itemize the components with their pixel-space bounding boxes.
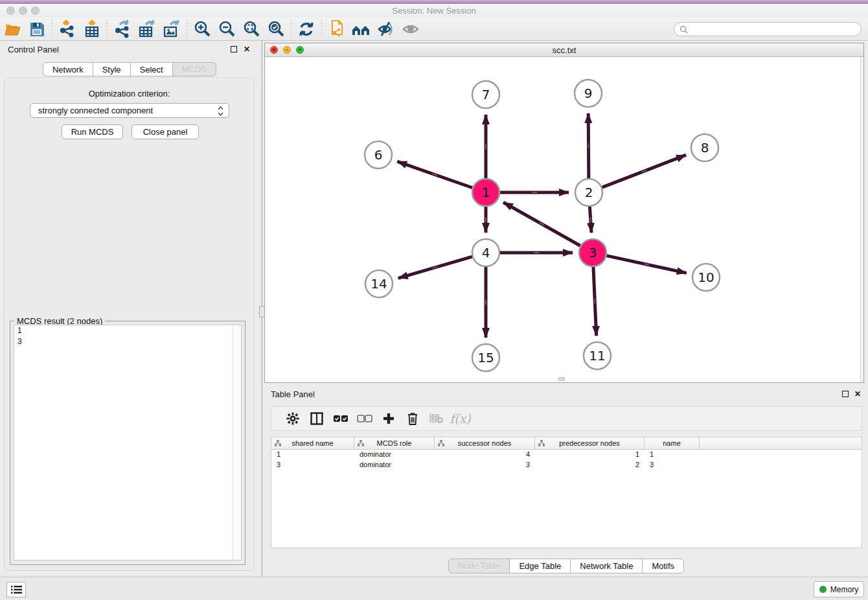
graph-node-label-9: 9	[584, 86, 593, 101]
result-line: 1	[14, 325, 241, 336]
mcds-result-list[interactable]: 13	[14, 325, 242, 560]
delete-column-icon[interactable]	[400, 409, 424, 428]
search-input[interactable]	[688, 25, 861, 34]
table-cell[interactable]: 1	[535, 450, 645, 460]
table-row[interactable]: 3dominator323	[271, 460, 862, 470]
tab-network-table[interactable]: Network Table	[570, 559, 643, 573]
table-panel-header: Table Panel ✕	[264, 386, 868, 402]
memory-status-dot	[819, 586, 827, 593]
close-table-panel-icon[interactable]: ✕	[853, 389, 862, 398]
add-column-icon[interactable]	[376, 409, 400, 428]
column-header-predecessor-nodes[interactable]: predecessor nodes	[535, 437, 645, 449]
tab-select[interactable]: Select	[130, 62, 173, 76]
hide-details-icon[interactable]	[374, 19, 398, 40]
apply-layout-icon[interactable]	[294, 19, 319, 40]
dropdown-stepper-icon	[217, 106, 224, 117]
table-cell[interactable]: 4	[435, 450, 535, 460]
node-table: shared nameMCDS rolesuccessor nodesprede…	[271, 437, 862, 548]
zoom-out-icon[interactable]	[214, 19, 239, 40]
list-icon	[11, 585, 22, 594]
search-icon	[680, 25, 688, 34]
mcds-panel: Optimization criterion: strongly connect…	[4, 78, 255, 571]
deselect-all-icon[interactable]	[352, 409, 376, 428]
zoom-selected-icon[interactable]	[264, 19, 288, 40]
graph-node-label-11: 11	[589, 348, 605, 363]
select-all-icon[interactable]	[328, 409, 352, 428]
table-panel: Table Panel ✕	[264, 386, 868, 575]
memory-button[interactable]: Memory	[814, 581, 864, 597]
column-label: predecessor nodes	[559, 439, 620, 447]
tab-edge-table[interactable]: Edge Table	[509, 559, 571, 573]
table-cell[interactable]: 3	[271, 460, 354, 470]
network-canvas[interactable]: 1234678910111415	[265, 57, 863, 382]
tab-style[interactable]: Style	[93, 62, 131, 76]
control-panel-header: Control Panel ✕	[0, 41, 259, 58]
graph-node-label-1: 1	[482, 185, 490, 200]
table-toolbar: f(x)	[271, 406, 862, 431]
run-mcds-button[interactable]: Run MCDS	[62, 124, 123, 139]
canvas-vscrollbar[interactable]	[860, 57, 863, 382]
result-scrollbar[interactable]	[233, 325, 241, 560]
table-mode-icon[interactable]	[304, 409, 328, 428]
export-network-icon[interactable]	[110, 19, 135, 40]
network-window-titlebar: ✕ − + scc.txt	[265, 43, 863, 57]
fx-label: f(x)	[450, 411, 471, 426]
delete-table-icon[interactable]	[424, 409, 448, 428]
column-settings-icon[interactable]	[280, 409, 304, 428]
import-table-icon[interactable]	[80, 19, 104, 40]
open-session-icon[interactable]	[0, 19, 25, 40]
clone-network-icon[interactable]	[325, 19, 349, 40]
save-session-icon[interactable]	[25, 19, 49, 40]
optimization-criterion-label: Optimization criterion:	[5, 89, 254, 98]
show-details-icon[interactable]	[398, 19, 423, 40]
table-cell[interactable]: 2	[535, 460, 645, 470]
tab-network[interactable]: Network	[43, 62, 93, 76]
first-neighbors-icon[interactable]	[349, 19, 374, 40]
float-table-panel-icon[interactable]	[842, 391, 849, 397]
export-table-icon[interactable]	[135, 19, 159, 40]
control-panel-title: Control Panel	[8, 45, 59, 54]
column-header-MCDS-role[interactable]: MCDS role	[354, 437, 435, 449]
column-header-successor-nodes[interactable]: successor nodes	[435, 437, 535, 449]
application-window: Session: New Session	[0, 0, 868, 600]
table-cell[interactable]: 3	[435, 460, 535, 470]
table-cell[interactable]: dominator	[354, 450, 435, 460]
panel-splitter[interactable]	[260, 41, 264, 577]
column-header-shared-name[interactable]: shared name	[271, 437, 354, 449]
zoom-in-icon[interactable]	[190, 19, 214, 40]
search-box	[674, 22, 862, 36]
function-builder-icon[interactable]: f(x)	[448, 409, 472, 428]
column-label: MCDS role	[377, 439, 412, 447]
graph-node-label-3: 3	[589, 245, 597, 260]
export-image-icon[interactable]	[159, 19, 184, 40]
column-label: successor nodes	[458, 439, 512, 447]
toolbar-separator	[52, 19, 52, 39]
tab-node-table[interactable]: Node Table	[448, 559, 510, 573]
toolbar-separator	[321, 19, 322, 39]
table-header-row: shared nameMCDS rolesuccessor nodesprede…	[271, 437, 862, 450]
optimization-criterion-select[interactable]: strongly connected component	[30, 103, 229, 118]
table-cell[interactable]: 3	[645, 460, 700, 470]
table-cell[interactable]: dominator	[354, 460, 435, 470]
float-panel-icon[interactable]	[231, 46, 237, 52]
table-row[interactable]: 1dominator411	[271, 450, 862, 460]
graph-node-label-14: 14	[371, 276, 387, 292]
table-cell[interactable]: 1	[645, 450, 700, 460]
edge-anchor	[590, 217, 591, 222]
column-header-name[interactable]: name	[645, 437, 700, 449]
table-cell[interactable]: 1	[271, 450, 354, 460]
tab-mcds[interactable]: MCDS	[172, 62, 216, 76]
optimization-criterion-value: strongly connected component	[38, 106, 153, 115]
column-label: name	[663, 439, 681, 447]
close-panel-icon[interactable]: ✕	[242, 45, 251, 54]
tab-motifs[interactable]: Motifs	[642, 559, 684, 573]
graph-node-label-7: 7	[482, 87, 490, 102]
zoom-fit-icon[interactable]	[239, 19, 264, 40]
canvas-hscrollbar-thumb[interactable]	[558, 377, 565, 381]
window-titlebar: Session: New Session	[0, 4, 868, 17]
close-panel-button[interactable]: Close panel	[131, 124, 199, 139]
task-history-button[interactable]	[6, 582, 26, 597]
toolbar-separator	[291, 19, 291, 39]
status-bar: Memory	[0, 577, 868, 600]
import-network-icon[interactable]	[55, 19, 80, 40]
